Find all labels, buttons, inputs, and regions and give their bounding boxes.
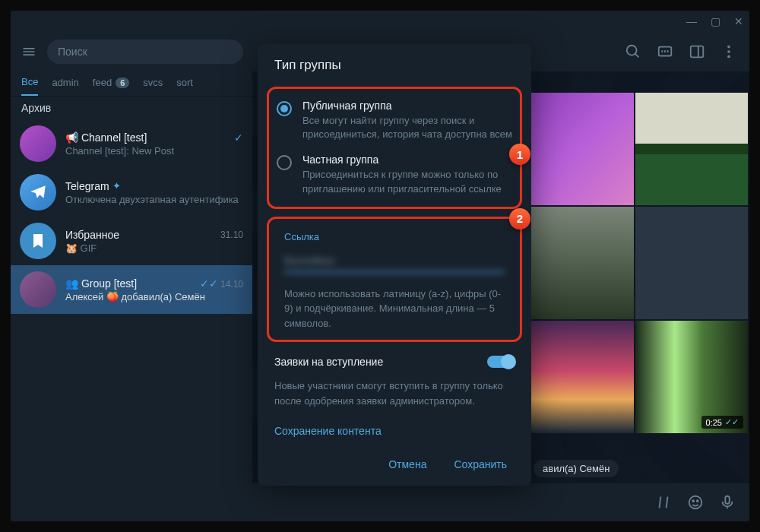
sidebar: Поиск Все admin feed6 svcs sort Архив 📢 …	[11, 32, 252, 521]
emoji-icon[interactable]	[687, 494, 704, 511]
search-input[interactable]: Поиск	[47, 40, 243, 64]
radio-description: Присоединиться к группе можно только по …	[302, 168, 512, 195]
radio-text: Публичная группа Все могут найти группу …	[302, 100, 512, 141]
chat-info: 📢 Channel [test] ✓ Channel [test]: New P…	[65, 131, 243, 157]
radio-text: Частная группа Присоединиться к группе м…	[302, 154, 512, 195]
svg-point-17	[692, 500, 694, 502]
folder-label: Все	[21, 76, 38, 87]
dialog-footer: Отмена Сохранить	[258, 443, 531, 486]
dialog-body: 1 Публичная группа Все могут найти групп…	[258, 84, 531, 443]
chat-name: Telegram ✦	[65, 180, 121, 192]
chat-item-channel[interactable]: 📢 Channel [test] ✓ Channel [test]: New P…	[11, 119, 252, 168]
svg-point-3	[627, 46, 637, 55]
chat-message: 🐹 GIF	[65, 242, 243, 254]
media-tile[interactable]: 0:25 ✓✓	[635, 321, 748, 433]
highlight-box-1: 1 Публичная группа Все могут найти групп…	[267, 87, 522, 209]
svg-line-4	[635, 54, 639, 58]
save-button[interactable]: Сохранить	[443, 452, 518, 477]
media-tile[interactable]	[521, 207, 634, 319]
chat-message: Алексей 🍑 добавил(а) Семён	[65, 291, 243, 302]
join-requests-toggle[interactable]	[487, 356, 515, 368]
toggle-label: Заявки на вступление	[274, 356, 383, 368]
content-saving-section[interactable]: Сохранение контента	[258, 419, 531, 443]
verified-icon: ✦	[112, 180, 121, 192]
radio-icon	[277, 101, 292, 116]
link-hint: Можно использовать латиницу (a-z), цифры…	[284, 287, 505, 331]
cancel-button[interactable]: Отмена	[378, 452, 437, 477]
svg-point-12	[727, 50, 730, 53]
radio-label: Публичная группа	[302, 100, 512, 112]
link-section: Ссылка Можно использовать латиницу (a-z)…	[277, 223, 512, 336]
folder-sort[interactable]: sort	[176, 76, 193, 96]
link-label: Ссылка	[284, 231, 505, 242]
search-icon[interactable]	[625, 43, 641, 60]
svg-line-14	[660, 497, 661, 508]
chat-name: 👥 Group [test]	[65, 277, 137, 290]
menu-icon[interactable]	[20, 43, 38, 61]
folder-svcs[interactable]: svcs	[143, 76, 163, 96]
chat-info: 👥 Group [test] ✓✓ 14.10 Алексей 🍑 добави…	[65, 277, 243, 302]
folder-label: admin	[52, 77, 78, 88]
folder-feed[interactable]: feed6	[93, 76, 129, 96]
annotation-badge-1: 1	[509, 144, 530, 165]
folder-badge: 6	[116, 78, 129, 88]
annotation-badge-2: 2	[509, 208, 530, 230]
chat-info: Telegram ✦ Отключена двухэтапная аутенти…	[65, 180, 243, 205]
chat-item-saved[interactable]: Избранное 31.10 🐹 GIF	[11, 217, 252, 265]
folder-label: sort	[176, 77, 193, 88]
group-type-dialog: Тип группы 1 Публичная группа Все могут …	[258, 44, 531, 486]
system-message: авил(а) Семён	[534, 460, 619, 477]
folder-all[interactable]: Все	[21, 76, 38, 96]
chat-icon[interactable]	[657, 43, 673, 60]
svg-point-16	[689, 496, 702, 509]
folder-admin[interactable]: admin	[52, 76, 78, 96]
close-button[interactable]: ✕	[734, 15, 743, 27]
radio-description: Все могут найти группу через поиск и при…	[302, 114, 512, 141]
svg-point-13	[727, 55, 730, 59]
media-tile[interactable]	[635, 207, 748, 319]
avatar	[20, 174, 56, 211]
link-input[interactable]	[284, 250, 505, 273]
media-duration: 0:25 ✓✓	[701, 416, 743, 429]
svg-rect-9	[691, 46, 704, 58]
svg-line-15	[667, 497, 668, 508]
chat-date: 31.10	[220, 230, 243, 240]
chat-info: Избранное 31.10 🐹 GIF	[65, 229, 243, 254]
join-requests-toggle-row: Заявки на вступление	[258, 345, 531, 375]
avatar	[20, 125, 56, 162]
avatar	[20, 223, 56, 259]
sidebar-header: Поиск	[11, 32, 252, 71]
chat-item-group[interactable]: 👥 Group [test] ✓✓ 14.10 Алексей 🍑 добави…	[11, 265, 252, 314]
app-window: — ▢ ✕ Поиск Все admin feed6 svcs sort Ар…	[11, 11, 749, 521]
titlebar: — ▢ ✕	[11, 11, 749, 32]
folder-label: feed	[93, 77, 112, 88]
chat-item-telegram[interactable]: Telegram ✦ Отключена двухэтапная аутенти…	[11, 168, 252, 217]
chat-list: 📢 Channel [test] ✓ Channel [test]: New P…	[11, 119, 252, 521]
highlight-box-2: 2 Ссылка Можно использовать латиницу (a-…	[267, 217, 522, 343]
chat-date: ✓✓ 14.10	[200, 277, 243, 290]
media-tile[interactable]	[635, 93, 748, 205]
toggle-description: Новые участники смогут вступить в группу…	[258, 375, 531, 419]
media-tile[interactable]	[521, 321, 634, 433]
radio-icon	[277, 155, 292, 170]
archive-label: Архив	[11, 97, 252, 119]
command-icon[interactable]	[655, 494, 672, 511]
more-icon[interactable]	[720, 43, 737, 60]
chat-name: 📢 Channel [test]	[65, 131, 147, 144]
svg-point-18	[697, 500, 698, 502]
folder-label: svcs	[143, 77, 163, 88]
media-tile[interactable]	[521, 93, 634, 205]
radio-private-group[interactable]: Частная группа Присоединиться к группе м…	[277, 147, 512, 201]
svg-rect-19	[725, 496, 730, 504]
radio-public-group[interactable]: Публичная группа Все могут найти группу …	[277, 93, 512, 147]
mic-icon[interactable]	[719, 494, 736, 511]
sidepanel-icon[interactable]	[689, 43, 705, 60]
radio-label: Частная группа	[302, 154, 512, 166]
maximize-button[interactable]: ▢	[711, 15, 720, 27]
check-icon: ✓	[234, 131, 243, 144]
minimize-button[interactable]: —	[686, 15, 697, 27]
avatar	[20, 271, 56, 308]
dialog-title: Тип группы	[258, 44, 531, 84]
media-grid: 0:25 ✓✓	[521, 93, 749, 433]
message-bar	[252, 483, 749, 521]
